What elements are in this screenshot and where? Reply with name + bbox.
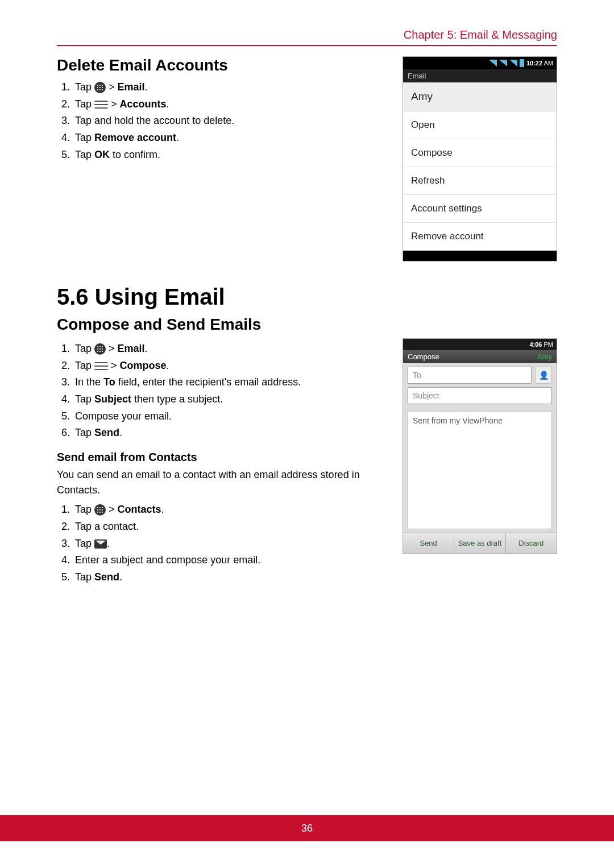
step: Tap a contact. xyxy=(73,518,391,535)
mail-icon xyxy=(94,539,107,549)
menu-icon xyxy=(94,362,108,370)
status-bar: 4:06 PM xyxy=(403,339,557,350)
signal-icon xyxy=(509,60,517,67)
add-contact-button[interactable]: 👤 xyxy=(535,367,552,384)
step: Tap Send. xyxy=(73,425,391,442)
context-menu: Amy Open Compose Refresh Account setting… xyxy=(403,82,557,251)
status-time: 10:22 AM xyxy=(526,60,553,67)
screenshot-email-menu: 10:22 AM Email Amy Open Compose Refresh … xyxy=(403,56,557,261)
section-compose-row: Tap > Email. Tap > Compose. In the To fi… xyxy=(57,338,557,586)
signal-icon xyxy=(489,60,497,67)
compose-title: Compose xyxy=(408,352,439,361)
menu-item-remove-account[interactable]: Remove account xyxy=(403,223,557,251)
menu-header: Amy xyxy=(403,82,557,111)
section-delete-row: Delete Email Accounts Tap > Email. Tap >… xyxy=(57,56,557,261)
section-compose-title: Compose and Send Emails xyxy=(57,315,557,334)
step: Enter a subject and compose your email. xyxy=(73,552,391,569)
subsection-contacts-title: Send email from Contacts xyxy=(57,451,391,464)
body-field[interactable]: Sent from my ViewPhone xyxy=(408,411,552,529)
apps-icon xyxy=(94,343,106,355)
step: Tap Subject then type a subject. xyxy=(73,391,391,408)
app-bar-title: Email xyxy=(403,69,557,82)
compose-account: Amy xyxy=(537,352,552,361)
send-button[interactable]: Send xyxy=(403,533,454,553)
page-footer: 36 xyxy=(0,815,614,841)
chapter-header: Chapter 5: Email & Messaging xyxy=(57,28,557,46)
to-row: To 👤 xyxy=(403,363,557,387)
apps-icon xyxy=(94,82,106,93)
heading-using-email: 5.6 Using Email xyxy=(57,284,557,310)
step: Tap and hold the account to delete. xyxy=(73,113,391,130)
step: Tap > Accounts. xyxy=(73,96,391,113)
status-bar: 10:22 AM xyxy=(403,57,557,69)
status-time: 4:06 PM xyxy=(529,341,553,348)
menu-item-compose[interactable]: Compose xyxy=(403,139,557,167)
subject-row: Subject xyxy=(403,387,557,408)
menu-item-open[interactable]: Open xyxy=(403,111,557,139)
step: Tap > Contacts. xyxy=(73,501,391,518)
step: Tap Remove account. xyxy=(73,130,391,147)
page-number: 36 xyxy=(301,823,313,834)
subsection-contacts-steps: Tap > Contacts. Tap a contact. Tap . Ent… xyxy=(57,501,391,585)
discard-button[interactable]: Discard xyxy=(506,533,557,553)
step: Tap > Email. xyxy=(73,79,391,96)
subsection-contacts-intro: You can send an email to a contact with … xyxy=(57,467,391,498)
manual-page: Chapter 5: Email & Messaging Delete Emai… xyxy=(0,0,614,841)
step: Tap OK to confirm. xyxy=(73,147,391,164)
step: In the To field, enter the recipient's e… xyxy=(73,374,391,391)
step: Tap > Compose. xyxy=(73,358,391,375)
screenshot-compose: 4:06 PM Compose Amy To 👤 Subject Sent fr… xyxy=(403,338,557,554)
subject-field[interactable]: Subject xyxy=(408,387,552,404)
step: Tap > Email. xyxy=(73,340,391,358)
apps-icon xyxy=(94,504,106,516)
section-delete-steps: Tap > Email. Tap > Accounts. Tap and hol… xyxy=(57,79,391,163)
save-draft-button[interactable]: Save as draft xyxy=(454,533,505,553)
section-delete-title: Delete Email Accounts xyxy=(57,56,391,74)
phone-bottom xyxy=(403,251,557,261)
menu-item-refresh[interactable]: Refresh xyxy=(403,167,557,195)
step: Tap . xyxy=(73,535,391,553)
signal-icon xyxy=(499,60,507,67)
compose-button-row: Send Save as draft Discard xyxy=(403,533,557,553)
menu-icon xyxy=(94,101,108,109)
step: Compose your email. xyxy=(73,408,391,425)
step: Tap Send. xyxy=(73,569,391,586)
menu-item-account-settings[interactable]: Account settings xyxy=(403,195,557,223)
section-compose-text: Tap > Email. Tap > Compose. In the To fi… xyxy=(57,338,391,586)
to-field[interactable]: To xyxy=(408,367,532,384)
battery-icon xyxy=(520,59,524,67)
section-compose-steps: Tap > Email. Tap > Compose. In the To fi… xyxy=(57,340,391,442)
compose-titlebar: Compose Amy xyxy=(403,350,557,363)
section-delete-text: Delete Email Accounts Tap > Email. Tap >… xyxy=(57,56,391,163)
